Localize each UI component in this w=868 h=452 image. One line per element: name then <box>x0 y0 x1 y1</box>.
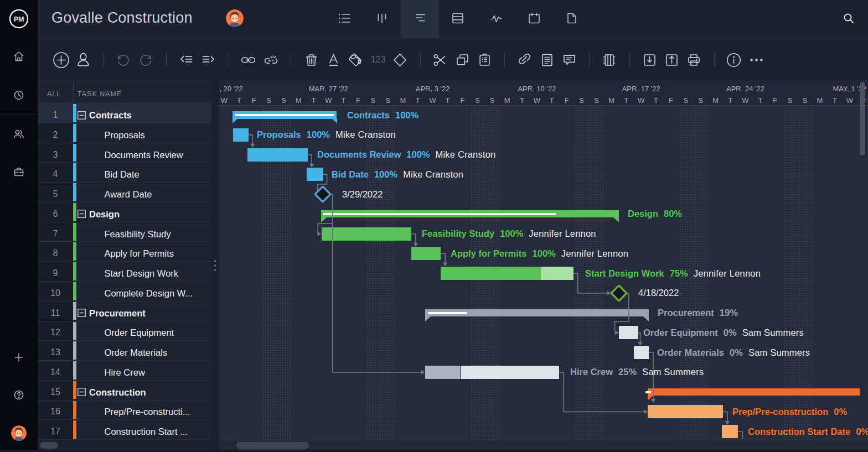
svg-text:PM: PM <box>14 15 24 23</box>
